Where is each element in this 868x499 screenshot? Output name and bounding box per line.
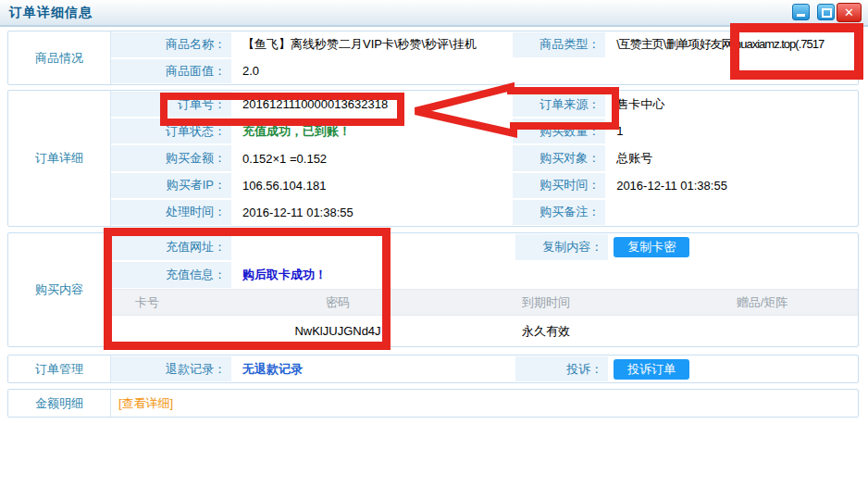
copy-card-secret-button[interactable]: 复制卡密 — [614, 237, 689, 257]
row-refund: 退款记录： 无退款记录 投诉： 投诉订单 — [111, 356, 858, 382]
buyer-ip-value: 106.56.104.181 — [231, 172, 513, 199]
section-purchase-content: 购买内容 充值网址： 复制内容： 复制卡密 充值信息： 购后取卡成功！ 卡号 密… — [7, 232, 859, 347]
section-amount-detail: 金额明细 [查看详细] — [7, 389, 859, 418]
copy-content-label: 复制内容： — [515, 234, 608, 260]
card-number-header: 卡号 — [111, 294, 250, 311]
refund-record-value: 无退款记录 — [231, 356, 515, 382]
section-label-amount: 金额明细 — [8, 390, 111, 417]
buy-time-label: 购买时间： — [513, 173, 605, 198]
buy-amount-label: 购买金额： — [111, 145, 231, 170]
row-recharge-info: 充值信息： 购后取卡成功！ — [111, 261, 858, 289]
expire-time-value: 永久有效 — [426, 323, 666, 340]
view-detail-link[interactable]: [查看详细] — [118, 395, 173, 412]
window-titlebar: 订单详细信息 ✕ — [0, 0, 868, 27]
process-time-value: 2016-12-11 01:38:55 — [231, 199, 513, 226]
maximize-button[interactable] — [817, 4, 835, 20]
complain-order-button[interactable]: 投诉订单 — [614, 359, 689, 380]
expire-time-header: 到期时间 — [426, 294, 666, 311]
buy-target-label: 购买对象： — [513, 145, 605, 170]
buy-remark-label: 购买备注： — [513, 200, 605, 225]
maximize-icon — [822, 8, 832, 18]
product-name-label: 商品名称： — [111, 32, 231, 57]
recharge-info-label: 充值信息： — [111, 262, 231, 288]
refund-record-label: 退款记录： — [111, 356, 231, 381]
buy-quantity-value: 1 — [605, 118, 858, 144]
page-title: 订单详细信息 — [9, 5, 93, 21]
product-name-value: 【鱼飞】离线秒赞二月VIP卡\秒赞\秒评\挂机 — [231, 31, 513, 58]
complaint-label: 投诉： — [515, 356, 608, 381]
row-product-face-value: 商品面值： 2.0 — [111, 58, 858, 85]
section-label-purchase: 购买内容 — [8, 233, 111, 346]
order-source-value: 售卡中心 — [605, 91, 858, 118]
order-status-value: 充值成功，已到账！ — [231, 118, 513, 144]
section-order-detail: 订单详细 订单号： 2016121110000013632318 订单来源： 售… — [7, 90, 859, 227]
card-password-header: 密码 — [250, 294, 426, 311]
order-status-label: 订单状态： — [111, 119, 231, 143]
card-table-row: NwKlJUJGNd4J 永久有效 — [111, 316, 858, 346]
card-password-value: NwKlJUJGNd4J — [250, 324, 426, 338]
minimize-button[interactable] — [792, 4, 810, 20]
buy-quantity-label: 购买数量： — [513, 119, 605, 143]
section-label-product: 商品情况 — [8, 31, 111, 84]
order-source-label: 订单来源： — [513, 92, 605, 117]
buyer-ip-label: 购买者IP： — [111, 173, 231, 198]
close-button[interactable]: ✕ — [837, 3, 862, 22]
order-number-value: 2016121110000013632318 — [231, 91, 513, 118]
buy-remark-value — [605, 199, 858, 226]
order-number-label: 订单号： — [111, 92, 231, 117]
buy-time-value: 2016-12-11 01:38:55 — [605, 172, 858, 199]
section-order-management: 订单管理 退款记录： 无退款记录 投诉： 投诉订单 — [7, 355, 859, 383]
section-label-management: 订单管理 — [8, 356, 111, 382]
close-icon: ✕ — [837, 5, 861, 20]
recharge-info-value: 购后取卡成功！ — [231, 261, 513, 289]
gift-matrix-header: 赠品/矩阵 — [666, 294, 858, 311]
section-product-info: 商品情况 商品名称： 【鱼飞】离线秒赞二月VIP卡\秒赞\秒评\挂机 商品类型：… — [7, 31, 859, 85]
buy-target-value: 总账号 — [605, 144, 858, 171]
minimize-icon — [797, 14, 805, 17]
section-label-order: 订单详细 — [8, 91, 111, 226]
row-product-name: 商品名称： 【鱼飞】离线秒赞二月VIP卡\秒赞\秒评\挂机 商品类型： \互赞主… — [111, 31, 858, 58]
process-time-label: 处理时间： — [111, 200, 231, 225]
row-order-number: 订单号： 2016121110000013632318 订单来源： 售卡中心 — [111, 91, 858, 118]
recharge-url-label: 充值网址： — [111, 234, 231, 260]
product-type-value: \互赞主页\删单项好友网:huaxiamz.top(.7517 — [605, 31, 858, 58]
row-order-status: 订单状态： 充值成功，已到账！ 购买数量： 1 — [111, 118, 858, 144]
row-process-time: 处理时间： 2016-12-11 01:38:55 购买备注： — [111, 199, 858, 226]
row-buy-amount: 购买金额： 0.152×1 =0.152 购买对象： 总账号 — [111, 144, 858, 171]
product-face-value: 2.0 — [231, 58, 513, 85]
row-recharge-url: 充值网址： 复制内容： 复制卡密 — [111, 233, 858, 261]
product-type-label: 商品类型： — [513, 32, 605, 57]
card-table-header: 卡号 密码 到期时间 赠品/矩阵 — [111, 289, 858, 316]
buy-amount-value: 0.152×1 =0.152 — [231, 144, 513, 171]
row-buyer-ip: 购买者IP： 106.56.104.181 购买时间： 2016-12-11 0… — [111, 172, 858, 199]
recharge-url-value — [231, 233, 515, 261]
product-face-label: 商品面值： — [111, 59, 231, 84]
